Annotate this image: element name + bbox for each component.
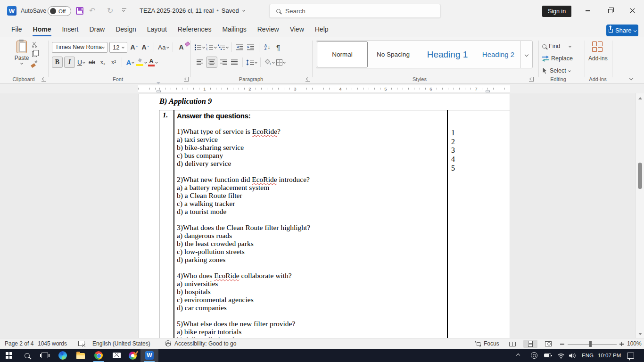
answer-number[interactable]: 2 bbox=[451, 138, 455, 147]
doc-line[interactable]: a) bike repair tutorials bbox=[177, 328, 431, 336]
doc-line[interactable]: d) car companies bbox=[177, 304, 431, 312]
tab-design[interactable]: Design bbox=[111, 23, 141, 35]
italic-button[interactable]: I bbox=[64, 57, 75, 68]
tab-help[interactable]: Help bbox=[310, 23, 333, 35]
multilevel-list-button[interactable] bbox=[218, 41, 228, 53]
answer-number[interactable]: 5 bbox=[451, 164, 455, 173]
select-button[interactable]: Select bbox=[542, 66, 570, 75]
doc-line[interactable]: b) hospitals bbox=[177, 288, 431, 296]
tray-battery-icon[interactable] bbox=[544, 349, 551, 362]
document-page[interactable]: B) Application 9 1. Answer the questions… bbox=[138, 94, 510, 338]
replace-button[interactable]: Replace bbox=[542, 54, 573, 63]
scroll-down-icon[interactable] bbox=[638, 333, 642, 335]
doc-line[interactable] bbox=[177, 167, 431, 175]
vertical-scrollbar[interactable] bbox=[636, 93, 644, 338]
mail-button[interactable] bbox=[107, 349, 125, 362]
line-spacing-button[interactable] bbox=[246, 57, 257, 68]
task-view-button[interactable] bbox=[36, 349, 54, 362]
tab-review[interactable]: Review bbox=[253, 23, 284, 35]
doc-line[interactable]: c) a walking tracker bbox=[177, 199, 431, 207]
spellcheck-word[interactable]: EcoRide bbox=[214, 272, 239, 280]
show-paragraph-marks-button[interactable]: ¶ bbox=[273, 41, 283, 53]
zoom-level[interactable]: 100% bbox=[627, 340, 642, 347]
file-explorer-button[interactable] bbox=[72, 349, 90, 362]
zoom-slider-track[interactable] bbox=[568, 344, 617, 345]
zoom-slider-thumb[interactable] bbox=[589, 341, 592, 347]
justify-button[interactable] bbox=[230, 57, 239, 68]
focus-button[interactable]: Focus bbox=[484, 340, 499, 347]
doc-line[interactable]: a) dangerous roads bbox=[177, 231, 431, 239]
tab-mailings[interactable]: Mailings bbox=[217, 23, 251, 35]
doc-line[interactable]: 1)What type of service is EcoRide? bbox=[177, 127, 431, 135]
tab-draw[interactable]: Draw bbox=[84, 23, 109, 35]
doc-line[interactable] bbox=[177, 312, 431, 320]
bullets-button[interactable] bbox=[194, 41, 205, 53]
spellcheck-word[interactable]: EcoRide bbox=[252, 127, 277, 135]
doc-line[interactable]: a) taxi service bbox=[177, 135, 431, 143]
restore-button[interactable] bbox=[603, 4, 617, 18]
doc-line[interactable]: b) the least crowded parks bbox=[177, 239, 431, 247]
text-effects-button[interactable]: A bbox=[125, 57, 135, 68]
format-painter-button[interactable] bbox=[31, 61, 37, 67]
doc-line[interactable]: b) a Clean Route filter bbox=[177, 191, 431, 199]
strikethrough-button[interactable]: ab bbox=[87, 57, 97, 68]
ruler-strip[interactable]: 1234567 bbox=[138, 85, 510, 92]
question-prompt[interactable]: Answer the questions: bbox=[177, 112, 251, 120]
undo-icon[interactable]: ↶ bbox=[89, 6, 95, 15]
copy-button[interactable] bbox=[32, 51, 37, 57]
doc-line[interactable]: d) a tourist mode bbox=[177, 207, 431, 215]
edge-button[interactable] bbox=[54, 349, 72, 362]
document-title[interactable]: TEZA 2025-2026 cl, 11 real • Saved bbox=[140, 7, 245, 14]
add-ins-button[interactable]: Add-ins bbox=[588, 41, 608, 62]
font-name-combobox[interactable]: Times New Roman bbox=[52, 42, 107, 53]
doc-line[interactable]: d) delivery service bbox=[177, 159, 431, 167]
doc-line[interactable]: 2)What new function did EcoRide introduc… bbox=[177, 175, 431, 183]
decrease-indent-button[interactable] bbox=[235, 41, 245, 53]
accessibility-status[interactable]: Accessibility: Good to go bbox=[174, 340, 236, 347]
borders-button[interactable] bbox=[276, 57, 285, 68]
left-indent-marker[interactable] bbox=[157, 90, 161, 92]
paint-button[interactable] bbox=[124, 349, 141, 362]
answer-number-column[interactable]: 12345 bbox=[451, 129, 455, 173]
paste-button[interactable]: Paste bbox=[12, 41, 31, 64]
doc-line[interactable]: a) a battery replacement system bbox=[177, 183, 431, 191]
highlight-color-button[interactable] bbox=[136, 57, 147, 68]
align-center-button[interactable] bbox=[206, 57, 217, 68]
tray-volume-icon[interactable] bbox=[569, 349, 577, 362]
grow-font-button[interactable]: Aˆ bbox=[129, 41, 139, 53]
cut-button[interactable] bbox=[32, 41, 37, 48]
subscript-button[interactable]: x₂ bbox=[98, 57, 107, 68]
right-indent-marker-base[interactable] bbox=[486, 90, 490, 92]
web-layout-button[interactable] bbox=[541, 340, 555, 348]
tab-file[interactable]: File bbox=[7, 23, 27, 35]
collapse-ribbon-icon[interactable] bbox=[629, 76, 633, 80]
doc-line[interactable]: 4)Who does EcoRide collaborate with? bbox=[177, 272, 431, 280]
tray-language[interactable]: ENG bbox=[582, 349, 594, 362]
word-app-icon[interactable]: W bbox=[7, 6, 17, 16]
tray-cast-icon[interactable] bbox=[531, 349, 537, 362]
shading-button[interactable] bbox=[264, 57, 274, 68]
tab-home[interactable]: Home bbox=[28, 23, 56, 35]
increase-indent-button[interactable] bbox=[246, 41, 256, 53]
doc-line[interactable]: 5)What else does the new filter provide? bbox=[177, 320, 431, 328]
tab-layout[interactable]: Layout bbox=[142, 23, 172, 35]
chrome-button[interactable] bbox=[90, 349, 107, 362]
word-count[interactable]: 1045 words bbox=[38, 340, 67, 347]
search-input[interactable]: Search bbox=[269, 4, 441, 18]
tray-show-hidden-icons[interactable] bbox=[517, 349, 520, 362]
tab-references[interactable]: References bbox=[173, 23, 216, 35]
find-button[interactable]: Find bbox=[542, 41, 571, 51]
doc-line[interactable]: c) environmental agencies bbox=[177, 296, 431, 304]
language-indicator[interactable]: English (United States) bbox=[92, 340, 150, 347]
doc-line[interactable]: c) low-pollution streets bbox=[177, 247, 431, 255]
word-taskbar-button[interactable]: W bbox=[140, 349, 158, 362]
answer-number[interactable]: 4 bbox=[451, 155, 455, 164]
qat-customize-icon[interactable] bbox=[122, 8, 127, 14]
styles-gallery-more-button[interactable] bbox=[520, 41, 532, 68]
table-row-number[interactable]: 1. bbox=[163, 111, 168, 119]
ruler[interactable]: 1234567 bbox=[0, 84, 644, 93]
document-lines[interactable]: 1)What type of service is EcoRide?a) tax… bbox=[177, 127, 431, 338]
style-heading-2[interactable]: Heading 2 bbox=[477, 41, 520, 68]
autosave-toggle[interactable]: Off bbox=[48, 6, 71, 16]
print-layout-button[interactable] bbox=[523, 340, 537, 348]
